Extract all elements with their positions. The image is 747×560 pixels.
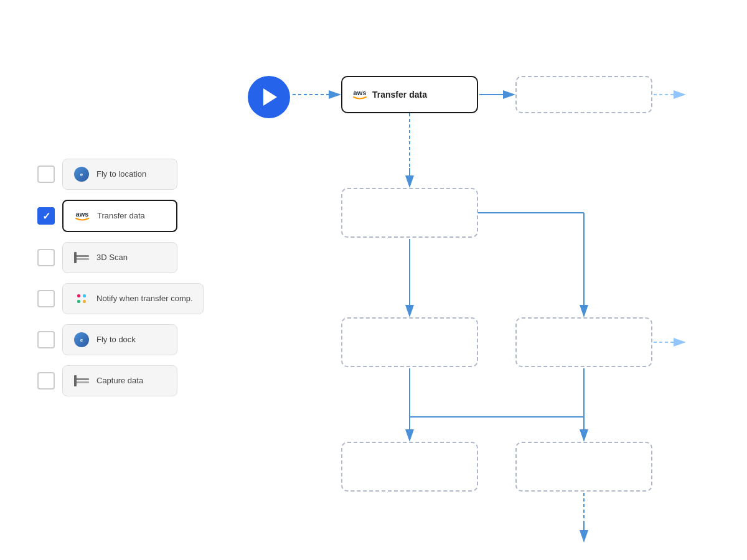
sidebar-item-notify[interactable]: Notify when transfer comp. — [37, 283, 204, 314]
checkbox-capture-data[interactable] — [37, 372, 55, 390]
sidebar: e Fly to location aws Transfer data — [37, 159, 204, 396]
svg-rect-4 — [83, 294, 86, 297]
slack-icon-notify — [73, 290, 90, 307]
task-card-capture-data[interactable]: Capture data — [62, 365, 177, 396]
checkbox-transfer-data[interactable] — [37, 207, 55, 225]
flow-node-bottom-right — [515, 442, 652, 492]
flow-node-mid-bottom-right — [515, 317, 652, 367]
task-label-3d-scan: 3D Scan — [96, 253, 128, 263]
sidebar-item-fly-to-location[interactable]: e Fly to location — [37, 159, 204, 190]
svg-rect-5 — [77, 300, 80, 303]
checkbox-3d-scan[interactable] — [37, 249, 55, 266]
sidebar-item-fly-to-dock[interactable]: e Fly to dock — [37, 324, 204, 355]
task-label-notify: Notify when transfer comp. — [96, 294, 193, 304]
flow-node-mid-left — [341, 188, 478, 238]
flow-node-top-right — [515, 76, 652, 113]
aws-icon-transfer-data: aws — [73, 207, 91, 225]
svg-rect-2 — [74, 252, 77, 263]
flow-node-mid-bottom-left — [341, 317, 478, 367]
svg-rect-6 — [83, 300, 86, 303]
task-label-capture-data: Capture data — [96, 376, 143, 386]
start-button[interactable] — [248, 76, 290, 118]
task-card-transfer-data[interactable]: aws Transfer data — [62, 200, 177, 232]
sidebar-item-capture-data[interactable]: Capture data — [37, 365, 204, 396]
task-card-notify[interactable]: Notify when transfer comp. — [62, 283, 204, 314]
task-label-fly-to-dock: Fly to dock — [96, 335, 136, 345]
flow-node-bottom-left — [341, 442, 478, 492]
task-card-fly-to-dock[interactable]: e Fly to dock — [62, 324, 177, 355]
checkbox-fly-to-location[interactable] — [37, 166, 55, 183]
checkbox-notify[interactable] — [37, 290, 55, 307]
flow-area: aws Transfer data — [237, 31, 722, 560]
esri-icon-fly-to-location: e — [73, 166, 90, 183]
svg-rect-9 — [74, 375, 77, 386]
task-card-3d-scan[interactable]: 3D Scan — [62, 242, 177, 273]
esri-icon-fly-to-dock: e — [73, 331, 90, 348]
scan-icon-3d-scan — [73, 249, 90, 266]
flow-node-transfer-label: Transfer data — [372, 90, 427, 100]
aws-icon-node: aws — [352, 90, 367, 100]
canvas: e Fly to location aws Transfer data — [0, 0, 747, 560]
sidebar-item-3d-scan[interactable]: 3D Scan — [37, 242, 204, 273]
task-label-transfer-data: Transfer data — [97, 211, 145, 222]
scan-icon-capture-data — [73, 372, 90, 390]
task-label-fly-to-location: Fly to location — [96, 169, 146, 180]
sidebar-item-transfer-data[interactable]: aws Transfer data — [37, 200, 204, 232]
checkbox-fly-to-dock[interactable] — [37, 331, 55, 348]
task-card-fly-to-location[interactable]: e Fly to location — [62, 159, 177, 190]
flow-node-transfer-data[interactable]: aws Transfer data — [341, 76, 478, 113]
svg-rect-3 — [77, 294, 80, 297]
